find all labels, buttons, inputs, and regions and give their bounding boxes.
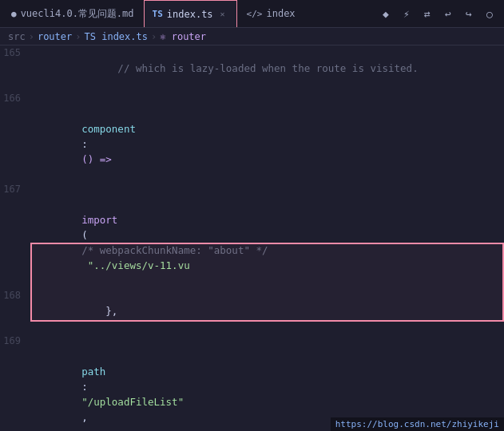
- token: path: [81, 366, 105, 378]
- md-icon: ●: [11, 9, 17, 19]
- line-num: 167: [0, 182, 30, 197]
- line-content: // which is lazy-loaded when the route i…: [30, 45, 504, 91]
- tab-vuecli4[interactable]: ● vuecli4.0.常见问题.md: [3, 0, 142, 27]
- line-num: 168: [0, 288, 30, 303]
- line-num: 169: [0, 334, 30, 349]
- line-167: 167 import ( /* webpackChunkName: "about…: [0, 182, 504, 288]
- breadcrumb-router: router: [38, 31, 72, 42]
- breadcrumb-sep-3: ›: [151, 31, 157, 42]
- line-num: 166: [0, 91, 30, 106]
- undo-icon[interactable]: ↩: [440, 6, 456, 22]
- tab-label: index.ts: [167, 9, 213, 20]
- tab-label: index: [266, 8, 295, 19]
- token: [81, 199, 129, 211]
- tab-index-ts[interactable]: TS index.ts ✕: [144, 0, 237, 27]
- url-bar: https://blog.csdn.net/zhiyikeji: [331, 417, 504, 431]
- token: },: [81, 305, 117, 317]
- breadcrumb-sep-2: ›: [75, 31, 81, 42]
- code-icon: </>: [247, 9, 263, 19]
- line-165: 165 // which is lazy-loaded when the rou…: [0, 45, 504, 91]
- line-169: 169 path : "/uploadFileList" ,: [0, 334, 504, 431]
- line-166: 166 component : () =>: [0, 91, 504, 182]
- editor[interactable]: 165 // which is lazy-loaded when the rou…: [0, 45, 504, 431]
- lightning-icon[interactable]: ⚡: [399, 6, 415, 22]
- line-content: },: [30, 288, 504, 334]
- tab-index2[interactable]: </> index: [239, 0, 304, 27]
- more-icon[interactable]: ○: [482, 6, 498, 22]
- token: // which is lazy-loaded when the route i…: [81, 62, 418, 74]
- tab-label: vuecli4.0.常见问题.md: [21, 7, 134, 21]
- token: import: [81, 214, 117, 226]
- toolbar-icons: ◆ ⚡ ⇄ ↩ ↪ ○: [378, 6, 504, 22]
- line-num: 165: [0, 45, 30, 61]
- token: () =>: [81, 153, 112, 165]
- code-lines: 165 // which is lazy-loaded when the rou…: [0, 45, 504, 431]
- token: :: [81, 138, 93, 150]
- breadcrumb: src › router › TS index.ts › ⚛ router: [0, 28, 504, 45]
- ts-icon: TS: [153, 9, 163, 19]
- line-content: import ( /* webpackChunkName: "about" */…: [30, 182, 504, 288]
- split-icon[interactable]: ⇄: [419, 6, 435, 22]
- breadcrumb-sep-1: ›: [29, 31, 34, 42]
- token: /* webpackChunkName: "about" */: [81, 244, 268, 256]
- line-content: path : "/uploadFileList" ,: [30, 334, 504, 431]
- line-168: 168 },: [0, 288, 504, 334]
- token: "/uploadFileList": [81, 396, 184, 408]
- line-content: component : () =>: [30, 91, 504, 182]
- breadcrumb-ts: TS index.ts: [85, 31, 148, 42]
- breadcrumb-router-active: ⚛ router: [160, 31, 206, 42]
- token: [81, 108, 117, 120]
- tab-close-button[interactable]: ✕: [217, 9, 228, 20]
- redo-icon[interactable]: ↪: [461, 6, 477, 22]
- token: component: [81, 123, 136, 135]
- token: ,: [81, 411, 88, 423]
- tab-bar: ● vuecli4.0.常见问题.md TS index.ts ✕ </> in…: [0, 0, 504, 28]
- volar-icon[interactable]: ◆: [378, 6, 394, 22]
- token: :: [81, 381, 93, 393]
- token: [81, 350, 117, 362]
- token: (: [81, 229, 88, 241]
- breadcrumb-src: src: [8, 31, 26, 42]
- token: "../views/v-11.vu: [81, 259, 189, 271]
